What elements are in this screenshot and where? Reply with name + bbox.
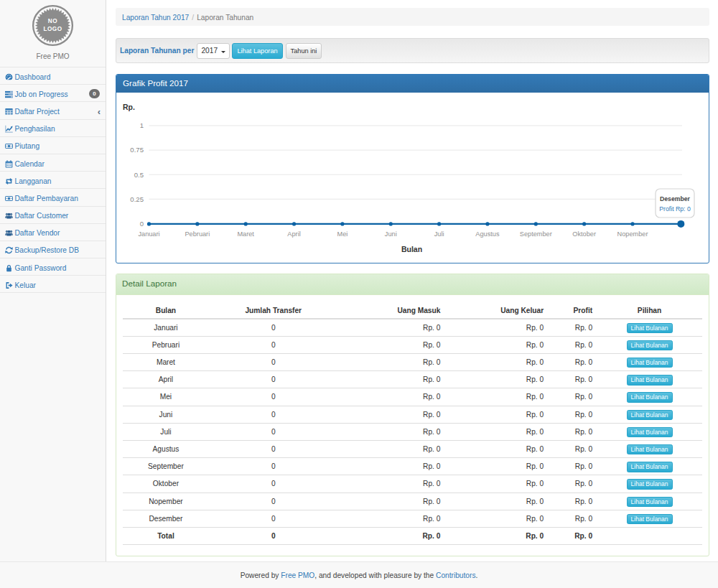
svg-text:0: 0 bbox=[140, 220, 144, 228]
svg-text:Rp.: Rp. bbox=[123, 103, 135, 111]
svg-text:NO: NO bbox=[48, 18, 57, 24]
svg-text:Pebruari: Pebruari bbox=[185, 230, 210, 238]
svg-text:Mei: Mei bbox=[337, 230, 348, 238]
svg-text:Juni: Juni bbox=[385, 230, 397, 238]
svg-text:Bulan: Bulan bbox=[401, 245, 422, 253]
svg-text:Agustus: Agustus bbox=[475, 230, 500, 238]
svg-text:Nopember: Nopember bbox=[617, 230, 648, 238]
svg-text:0.25: 0.25 bbox=[130, 195, 144, 203]
svg-text:September: September bbox=[520, 230, 552, 238]
svg-text:Oktober: Oktober bbox=[572, 230, 596, 238]
svg-text:LOGO: LOGO bbox=[43, 26, 62, 32]
svg-text:April: April bbox=[287, 230, 300, 238]
svg-text:0.75: 0.75 bbox=[130, 146, 144, 154]
svg-text:Juli: Juli bbox=[434, 230, 444, 238]
svg-text:Profit Rp: 0: Profit Rp: 0 bbox=[659, 205, 691, 213]
svg-text:Maret: Maret bbox=[237, 230, 254, 238]
svg-text:0.5: 0.5 bbox=[134, 171, 144, 179]
svg-text:Januari: Januari bbox=[138, 230, 159, 238]
svg-text:1: 1 bbox=[140, 121, 144, 129]
svg-text:Desember: Desember bbox=[660, 195, 691, 202]
